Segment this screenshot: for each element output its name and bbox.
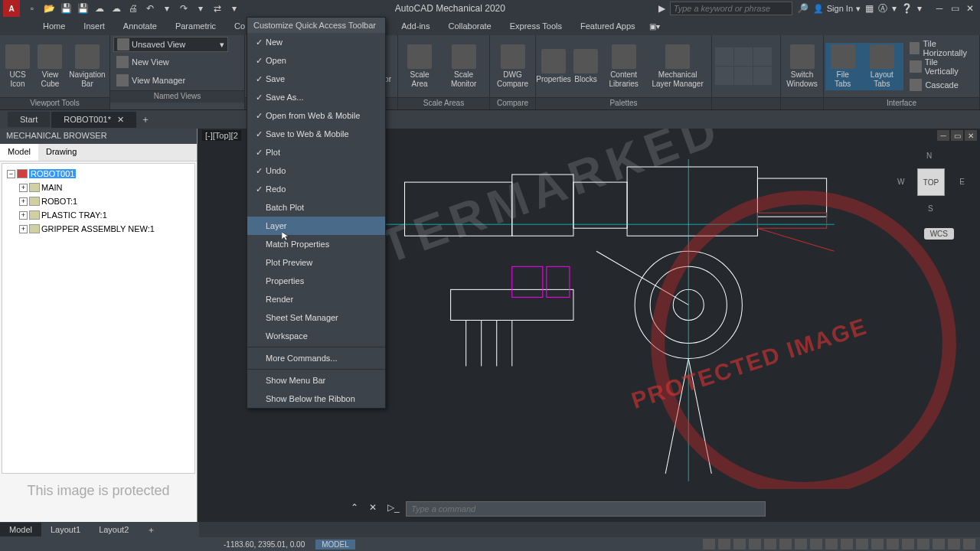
app-icon[interactable]: A [3, 0, 20, 17]
tree-node[interactable]: +ROBOT:1 [5, 194, 191, 208]
scale-area-button[interactable]: Scale Area [400, 43, 439, 90]
saved-view-dropdown[interactable]: Unsaved View▾ [113, 37, 228, 52]
dir-n[interactable]: N [926, 152, 932, 160]
menu-item[interactable]: Layer [247, 217, 385, 235]
tab-expand-icon[interactable]: ▣▾ [645, 19, 665, 34]
status-icon[interactable] [795, 539, 807, 549]
cascade-button[interactable]: Cascade [906, 77, 975, 93]
status-icon[interactable] [856, 539, 868, 549]
palette-btn[interactable] [753, 67, 772, 85]
view-manager-button[interactable]: View Manager [113, 72, 241, 89]
command-input[interactable] [406, 501, 766, 517]
tree-node[interactable]: +MAIN [5, 181, 191, 194]
group-label[interactable]: Palettes [536, 97, 711, 109]
xchange-icon[interactable]: Ⓐ [878, 2, 887, 15]
browser-tab-model[interactable]: Model [0, 144, 38, 161]
tab-collaborate[interactable]: Collaborate [439, 18, 500, 34]
close-icon[interactable]: ✕ [965, 130, 977, 141]
menu-item[interactable]: ✓Save to Web & Mobile [247, 125, 385, 143]
tab-annotate[interactable]: Annotate [114, 18, 166, 34]
chevron-down-icon[interactable]: ▾ [917, 3, 922, 14]
tile-h-button[interactable]: Tile Horizontally [906, 40, 975, 57]
status-icon[interactable] [887, 539, 899, 549]
navbar-button[interactable]: Navigation Bar [67, 43, 108, 90]
maximize-button[interactable]: ▭ [948, 2, 962, 15]
tab-insert[interactable]: Insert [74, 18, 114, 34]
status-icon[interactable] [871, 539, 884, 549]
cmd-prompt-icon[interactable]: ▷_ [387, 502, 401, 516]
save-web-icon[interactable]: ☁ [109, 2, 124, 15]
qat-customize-icon[interactable]: ▾ [227, 2, 242, 15]
palette-btn[interactable] [753, 47, 772, 66]
palette-btn[interactable] [734, 47, 753, 66]
tab-express[interactable]: Express Tools [501, 18, 571, 34]
menu-item[interactable]: ✓New [247, 33, 385, 51]
status-icon[interactable] [917, 539, 929, 549]
tab-addins[interactable]: Add-ins [392, 18, 439, 34]
minimize-button[interactable]: ─ [933, 2, 946, 15]
close-button[interactable]: ✕ [963, 2, 977, 15]
layout-tab-2[interactable]: Layout2 [90, 523, 138, 536]
redo-drop-icon[interactable]: ▾ [193, 2, 208, 15]
menu-item[interactable]: ✓Open [247, 51, 385, 70]
tree-node[interactable]: +PLASTIC TRAY:1 [5, 208, 191, 222]
status-icon[interactable] [764, 539, 776, 549]
status-icon[interactable] [779, 539, 792, 549]
menu-item[interactable]: Properties [247, 272, 385, 290]
scale-monitor-button[interactable]: Scale Monitor [439, 43, 488, 90]
chevron-down-icon[interactable]: ▾ [892, 3, 897, 14]
tab-featured[interactable]: Featured Apps [571, 18, 645, 34]
status-menu-icon[interactable] [963, 539, 975, 549]
new-tab-button[interactable]: ＋ [138, 112, 153, 127]
menu-item[interactable]: ✓Plot [247, 143, 385, 161]
menu-item[interactable]: ✓Save [247, 70, 385, 88]
status-icon[interactable] [749, 539, 761, 549]
menu-more-commands[interactable]: More Commands... [247, 349, 385, 367]
view-cube[interactable]: N S W E TOP [900, 152, 962, 213]
dir-w[interactable]: W [897, 178, 904, 186]
palette-btn[interactable] [715, 47, 733, 66]
status-icon[interactable] [841, 539, 853, 549]
doctab-start[interactable]: Start [8, 112, 50, 127]
status-icon[interactable] [718, 539, 730, 549]
search-trigger-icon[interactable]: ▶ [658, 3, 665, 14]
menu-item[interactable]: Workspace [247, 327, 385, 345]
expand-icon[interactable]: + [19, 211, 28, 220]
undo-icon[interactable]: ↶ [142, 2, 158, 15]
viewcube-button[interactable]: View Cube [34, 43, 67, 90]
file-tabs-button[interactable]: File Tabs [825, 43, 860, 90]
viewport-label[interactable]: [-][Top][2 [202, 130, 241, 141]
status-icon[interactable] [703, 539, 715, 549]
wcs-badge[interactable]: WCS [924, 228, 954, 240]
tab-parametric[interactable]: Parametric [166, 18, 225, 34]
group-label[interactable]: Scale Areas [398, 97, 489, 109]
status-icon[interactable] [733, 539, 746, 549]
tab-home[interactable]: Home [34, 18, 74, 34]
blocks-button[interactable]: Blocks [570, 47, 602, 86]
expand-icon[interactable]: + [19, 184, 28, 192]
infocenter-icon[interactable]: 🔎 [797, 3, 808, 14]
switch-windows-button[interactable]: Switch Windows [782, 43, 822, 90]
palette-btn[interactable] [734, 67, 753, 85]
expand-icon[interactable]: + [19, 225, 28, 233]
menu-item[interactable]: Batch Plot [247, 198, 385, 217]
close-icon[interactable]: ✕ [117, 115, 124, 125]
undo-drop-icon[interactable]: ▾ [159, 2, 175, 15]
help-icon[interactable]: ❔ [901, 3, 913, 14]
open-web-icon[interactable]: ☁ [92, 2, 107, 15]
tree-root[interactable]: − ROBOT001 [5, 167, 191, 181]
menu-item[interactable]: ✓Undo [247, 161, 385, 180]
status-icon[interactable] [933, 539, 945, 549]
new-view-button[interactable]: New View [113, 54, 241, 70]
status-icon[interactable] [810, 539, 822, 549]
status-icon[interactable] [902, 539, 914, 549]
new-icon[interactable]: ▫ [24, 2, 40, 15]
group-label[interactable]: Viewport Tools [0, 97, 109, 109]
dir-e[interactable]: E [959, 178, 965, 186]
tree-node[interactable]: +GRIPPER ASSEMBLY NEW:1 [5, 222, 191, 236]
layout-tab-1[interactable]: Layout1 [41, 523, 90, 536]
doctab-file[interactable]: ROBOT001*✕ [51, 112, 136, 128]
cmd-history-icon[interactable]: ⌃ [351, 502, 364, 516]
minimize-icon[interactable]: ─ [937, 130, 949, 141]
layout-tab-model[interactable]: Model [0, 523, 41, 536]
